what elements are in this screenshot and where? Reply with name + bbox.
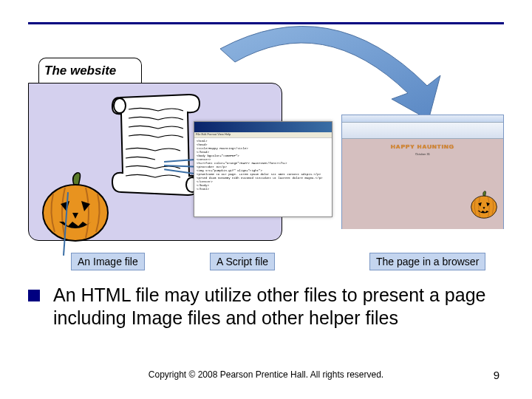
browser-window: HAPPY HAUNTING October 31 <box>341 115 504 229</box>
label-browser-page: The page in a browser <box>369 253 485 270</box>
folder-title: The website <box>44 64 116 78</box>
notepad-menubar: File Edit Format View Help <box>194 132 332 138</box>
label-script-file: A Script file <box>210 253 275 270</box>
bullet-block: An HTML file may utilize other files to … <box>28 284 505 330</box>
browser-viewport: HAPPY HAUNTING October 31 <box>342 139 503 229</box>
copyright-text: Copyright © 2008 Pearson Prentice Hall. … <box>0 369 532 380</box>
page-number: 9 <box>494 369 499 381</box>
script-scroll-icon <box>106 92 207 201</box>
page-banner: HAPPY HAUNTING <box>391 143 454 150</box>
notepad-titlebar <box>194 122 332 132</box>
bullet-marker <box>28 290 40 301</box>
svg-point-0 <box>114 98 126 113</box>
bullet-text: An HTML file may utilize other files to … <box>53 284 505 330</box>
page-subtitle: October 31 <box>415 152 430 156</box>
browser-titlebar <box>342 115 503 123</box>
notepad-window: File Edit Format View Help <html> <head>… <box>194 121 332 217</box>
header-divider <box>28 22 504 24</box>
pumpkin-icon <box>469 191 499 219</box>
browser-toolbar <box>342 123 503 139</box>
label-image-file: An Image file <box>71 253 145 270</box>
notepad-content: <html> <head> <title>Happy Haunting</tit… <box>194 138 332 193</box>
pumpkin-icon <box>38 171 112 242</box>
